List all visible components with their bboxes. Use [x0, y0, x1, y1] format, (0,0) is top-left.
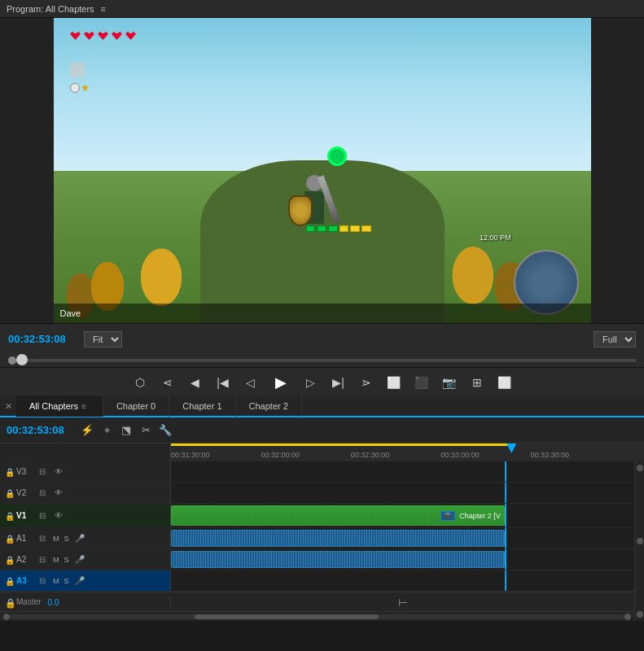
overwrite-button[interactable]: ⬛	[413, 374, 431, 391]
track-row-a3: 🔒 A3 ⊟ M S 🎤	[0, 570, 634, 592]
mute-button-a3[interactable]: M	[52, 577, 60, 585]
stamina-5	[350, 225, 360, 232]
ruler-label-3: 00:32:30:00	[351, 451, 390, 459]
step-back-button[interactable]: ◀	[186, 374, 204, 391]
master-header: 🔒 Master 0.0	[0, 597, 171, 607]
insert-button[interactable]: ⬜	[385, 374, 403, 391]
timeline-ruler: 00:31:30:00 00:32:00:00 00:32:30:00 00:3…	[0, 443, 644, 461]
lock-icon-a3[interactable]: 🔒	[5, 577, 13, 585]
tab-all-chapters[interactable]: All Chapters ≡	[16, 395, 103, 417]
scrubber-track[interactable]	[16, 359, 636, 362]
eye-icon-v3[interactable]: 👁	[52, 465, 65, 478]
a2-clip[interactable]	[171, 551, 505, 568]
sync-icon-v3[interactable]: ⊟	[36, 465, 49, 478]
ruler-right: 00:31:30:00 00:32:00:00 00:32:30:00 00:3…	[171, 443, 644, 461]
scroll-thumb[interactable]	[195, 614, 379, 619]
lock-icon-v3[interactable]: 🔒	[5, 468, 13, 476]
mute-button-a1[interactable]: M	[52, 535, 60, 543]
v1-clip[interactable]: 🎬 Chapter 2 [V	[171, 505, 505, 526]
heart-5	[125, 30, 137, 42]
track-content-v3	[171, 461, 634, 482]
lock-icon-a1[interactable]: 🔒	[5, 535, 13, 543]
add-marker-button[interactable]: ⬡	[131, 374, 149, 391]
frame-forward-button[interactable]: ▷	[302, 374, 320, 391]
sync-icon-v2[interactable]: ⊟	[36, 487, 49, 500]
right-scroll-mid[interactable]	[637, 538, 643, 544]
master-value: 0.0	[48, 597, 59, 607]
transport-bar: ⬡ ⋖ ◀ |◀ ◁ ▶ ▷ ▶| ⋗ ⬜ ⬛ 📷 ⊞ ⬜	[0, 367, 644, 396]
lock-icon-v2[interactable]: 🔒	[5, 489, 13, 497]
a1-clip[interactable]	[171, 530, 505, 547]
solo-button-a3[interactable]: S	[64, 577, 70, 585]
stamina-6	[361, 225, 371, 232]
ripple-edit-tool[interactable]: ⚡	[79, 422, 95, 439]
go-next-edit-button[interactable]: ▶|	[330, 374, 348, 391]
char-body	[304, 191, 324, 224]
timeline-close-button[interactable]: ✕	[0, 395, 16, 417]
scroll-track[interactable]	[10, 614, 624, 619]
track-header-v2: 🔒 V2 ⊟ 👁	[0, 483, 171, 503]
panel-main: 🔒 V3 ⊟ 👁 🔒 V2 ⊟	[0, 461, 634, 621]
lock-icon-a2[interactable]: 🔒	[5, 556, 13, 564]
mic-icon-a1[interactable]: 🎤	[73, 532, 86, 545]
mic-icon-a3[interactable]: 🎤	[73, 575, 86, 588]
sync-icon-a2[interactable]: ⊟	[36, 553, 49, 566]
track-content-a3	[171, 570, 634, 591]
rolling-edit-tool[interactable]: ⌖	[99, 422, 115, 439]
playhead-line-a1	[505, 528, 506, 548]
wrench-tool[interactable]: 🔧	[157, 422, 173, 439]
export-button[interactable]: ⬜	[496, 374, 514, 391]
zoom-select[interactable]: Fit	[84, 331, 122, 347]
eye-icon-v2[interactable]: 👁	[52, 487, 65, 500]
title-bar-menu-icon[interactable]: ≡	[101, 4, 106, 14]
track-row-v2: 🔒 V2 ⊟ 👁	[0, 483, 634, 504]
right-scroll-top[interactable]	[637, 465, 643, 471]
solo-button-a2[interactable]: S	[64, 556, 70, 564]
tab-chapter-1[interactable]: Chapter 1	[169, 395, 235, 417]
multi-cam-button[interactable]: ⊞	[468, 374, 486, 391]
razor-tool[interactable]: ✂	[138, 422, 154, 439]
master-goto-icon[interactable]: ⊢	[398, 596, 408, 609]
clip-thumb-icon: 🎬	[440, 511, 455, 521]
v1-clip-label: Chapter 2 [V	[459, 512, 501, 520]
heart-4	[112, 30, 123, 42]
track-row-v1: 🔒 V1 ⊟ 👁 🎬	[0, 504, 634, 528]
title-bar: Program: All Chapters ≡	[0, 0, 644, 18]
eye-icon-v1[interactable]: 👁	[52, 509, 65, 522]
go-to-in-button[interactable]: ⋖	[159, 374, 177, 391]
export-frame-button[interactable]: 📷	[440, 374, 458, 391]
quality-select[interactable]: Full	[594, 331, 636, 347]
scroll-right-dot[interactable]	[624, 614, 631, 620]
track-area-wrap: 🔒 V3 ⊟ 👁 🔒 V2 ⊟	[0, 461, 644, 621]
tab-chapter-2[interactable]: Chapter 2	[236, 395, 302, 417]
char-weapon	[318, 175, 340, 223]
playhead-line-v3	[505, 461, 506, 482]
right-scroll-bottom[interactable]	[637, 611, 643, 618]
scroll-left-dot[interactable]	[3, 614, 10, 620]
sync-icon-a3[interactable]: ⊟	[36, 575, 49, 588]
play-button[interactable]: ▶	[269, 371, 292, 394]
scrubber-start-dot[interactable]	[8, 356, 16, 365]
track-label-v3: V3	[16, 467, 33, 476]
timeline-timecode: 00:32:53:08	[7, 424, 76, 436]
track-row-v3: 🔒 V3 ⊟ 👁	[0, 461, 634, 483]
program-monitor: 12:00 PM Dave 00:32:53:08 Fit Full ⬡ ⋖ ◀…	[0, 18, 644, 396]
sync-icon-a1[interactable]: ⊟	[36, 532, 49, 545]
lock-icon-v1[interactable]: 🔒	[5, 512, 13, 520]
mute-button-a2[interactable]: M	[52, 556, 60, 564]
go-prev-edit-button[interactable]: |◀	[214, 374, 232, 391]
audio-waves-a2	[172, 552, 504, 567]
track-content-a2	[171, 549, 634, 570]
frame-back-button[interactable]: ◁	[242, 374, 260, 391]
scrubber-thumb[interactable]	[16, 354, 28, 365]
go-to-out-button[interactable]: ⋗	[357, 374, 375, 391]
mic-icon-a2[interactable]: 🎤	[73, 553, 86, 566]
timeline-toolbar: 00:32:53:08 ⚡ ⌖ ⬔ ✂ 🔧	[0, 417, 644, 443]
solo-button-a1[interactable]: S	[64, 535, 70, 543]
rate-tool[interactable]: ⬔	[118, 422, 134, 439]
tab-chapter-0[interactable]: Chapter 0	[103, 395, 169, 417]
all-chapters-menu[interactable]: ≡	[78, 400, 90, 412]
sync-icon-v1[interactable]: ⊟	[36, 509, 49, 522]
ruler-label-2: 00:32:00:00	[261, 451, 300, 459]
master-content: ⊢	[171, 596, 634, 609]
